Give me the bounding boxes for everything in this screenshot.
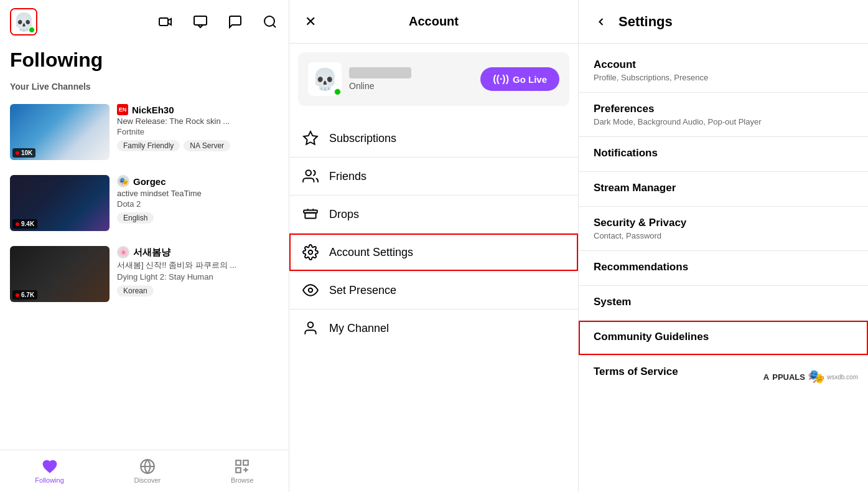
online-dot (29, 27, 35, 33)
settings-security-subtitle: Contact, Password (594, 231, 853, 240)
viewer-count-gorgec: 9.4K (21, 220, 34, 227)
menu-item-subscriptions[interactable]: Subscriptions (289, 120, 578, 157)
pulse-icon: ((·)) (493, 73, 509, 85)
settings-system-title: System (594, 296, 853, 308)
channel-game-korean: Dying Light 2: Stay Human (117, 272, 279, 281)
menu-item-friends[interactable]: Friends (289, 158, 578, 195)
settings-security-privacy[interactable]: Security & Privacy Contact, Password (579, 207, 868, 250)
section-title: Your Live Channels (0, 82, 289, 99)
appuals-icon: 🎭 (808, 369, 824, 385)
eye-icon (302, 281, 319, 299)
menu-item-drops[interactable]: Drops (289, 196, 578, 233)
channel-tags-gorgec: English (117, 212, 279, 224)
settings-stream-manager-title: Stream Manager (594, 182, 853, 194)
user-avatar[interactable]: 💀 (10, 8, 37, 35)
drops-icon (302, 206, 319, 223)
stream-title-gorgec: active mindset TeaTime (117, 189, 279, 198)
settings-account[interactable]: Account Profile, Subscriptions, Presence (579, 49, 868, 92)
channel-name-row-gorgec: 🎭 Gorgec (117, 175, 279, 187)
viewer-count-nickeh30: 10K (21, 149, 32, 156)
appuals-domain: wsxdb.com (827, 374, 858, 381)
nav-discover-label: Discover (134, 476, 161, 484)
channel-game-nickeh30: Fortnite (117, 127, 279, 136)
settings-recommendations[interactable]: Recommendations (579, 251, 868, 285)
svg-marker-7 (304, 131, 317, 144)
settings-system[interactable]: System (579, 286, 868, 320)
channel-item-korean[interactable]: 6.7K 🌸 서새봄냥 서새봄] 신작!! 좀비와 파쿠르의 ... Dying… (5, 241, 284, 307)
svg-point-12 (309, 288, 313, 293)
menu-item-set-presence[interactable]: Set Presence (289, 272, 578, 309)
settings-community-guidelines[interactable]: Community Guidelines (579, 321, 868, 355)
channel-thumb-korean: 6.7K (10, 246, 110, 302)
person-icon (302, 319, 319, 337)
nav-browse[interactable]: Browse (218, 456, 266, 486)
profile-card: 💀 Online ((·)) Go Live (298, 52, 569, 106)
channel-thumb-nickeh30: 10K (10, 104, 110, 160)
tag-english: English (117, 212, 154, 224)
tag-korean: Korean (117, 285, 154, 296)
settings-preferences[interactable]: Preferences Dark Mode, Background Audio,… (579, 93, 868, 136)
settings-preferences-title: Preferences (594, 103, 853, 115)
settings-notifications[interactable]: Notifications (579, 137, 868, 171)
settings-account-subtitle: Profile, Subscriptions, Presence (594, 73, 853, 82)
left-panel: 💀 (0, 0, 289, 492)
settings-preferences-subtitle: Dark Mode, Background Audio, Pop-out Pla… (594, 117, 853, 126)
top-nav: 💀 (0, 0, 289, 44)
channel-info-gorgec: 🎭 Gorgec active mindset TeaTime Dota 2 E… (117, 175, 279, 231)
friends-icon (302, 168, 319, 185)
live-dot (16, 151, 19, 155)
channel-info-nickeh30: EN NickEh30 New Release: The Rock skin .… (117, 104, 279, 160)
channel-badge-nickeh30: EN (117, 104, 128, 115)
live-dot-gorgec (16, 222, 19, 226)
svg-rect-5 (243, 460, 248, 465)
svg-rect-6 (236, 468, 241, 473)
my-channel-label: My Channel (329, 322, 389, 335)
channel-item-nickeh30[interactable]: 10K EN NickEh30 New Release: The Rock sk… (5, 99, 284, 165)
go-live-button[interactable]: ((·)) Go Live (480, 67, 559, 91)
viewer-badge-nickeh30: 10K (12, 148, 35, 158)
right-header: Settings (579, 0, 868, 44)
menu-item-account-settings[interactable]: Account Settings (289, 234, 578, 271)
close-button[interactable]: ✕ (299, 11, 322, 33)
svg-rect-1 (194, 16, 207, 25)
drops-label: Drops (329, 208, 359, 221)
messages-icon[interactable] (192, 13, 209, 31)
settings-security-title: Security & Privacy (594, 217, 853, 229)
profile-status: Online (349, 81, 473, 91)
channel-item-gorgec[interactable]: 9.4K 🎭 Gorgec active mindset TeaTime Dot… (5, 170, 284, 236)
viewer-count-korean: 6.7K (21, 291, 34, 298)
nav-browse-label: Browse (231, 476, 254, 484)
menu-item-my-channel[interactable]: My Channel (289, 310, 578, 347)
channel-game-gorgec: Dota 2 (117, 199, 279, 209)
viewer-badge-gorgec: 9.4K (12, 219, 37, 229)
settings-stream-manager[interactable]: Stream Manager (579, 172, 868, 206)
bottom-nav: Following Discover Browse (0, 450, 289, 492)
middle-panel: ✕ Account 💀 Online ((·)) Go Live Subscri… (289, 0, 579, 492)
video-icon[interactable] (157, 13, 174, 31)
svg-point-8 (306, 170, 311, 176)
appuals-text: A (763, 372, 770, 382)
channel-thumb-gorgec: 9.4K (10, 175, 110, 231)
svg-point-11 (309, 250, 313, 255)
settings-title: Settings (618, 14, 673, 30)
nav-discover[interactable]: Discover (121, 456, 173, 486)
following-title: Following (0, 44, 289, 82)
menu-list: Subscriptions Friends (289, 115, 578, 492)
star-icon (302, 130, 319, 147)
back-button[interactable] (591, 12, 611, 32)
channel-list: 10K EN NickEh30 New Release: The Rock sk… (0, 99, 289, 450)
svg-rect-4 (236, 460, 241, 465)
channel-name-nickeh30: NickEh30 (132, 105, 174, 115)
channel-name-gorgec: Gorgec (133, 176, 166, 187)
svg-rect-10 (305, 213, 315, 219)
nav-following[interactable]: Following (22, 456, 76, 486)
channel-name-korean: 서새봄냥 (133, 247, 170, 258)
friends-label: Friends (329, 170, 366, 183)
settings-recommendations-title: Recommendations (594, 261, 853, 273)
chat-icon[interactable] (226, 13, 244, 31)
live-dot-korean (16, 293, 19, 297)
settings-list: Account Profile, Subscriptions, Presence… (579, 44, 868, 492)
search-icon[interactable] (261, 13, 279, 31)
settings-terms-of-service[interactable]: Terms of Service A PPUALS 🎭 wsxdb.com (579, 356, 868, 390)
settings-community-guidelines-title: Community Guidelines (594, 331, 853, 343)
